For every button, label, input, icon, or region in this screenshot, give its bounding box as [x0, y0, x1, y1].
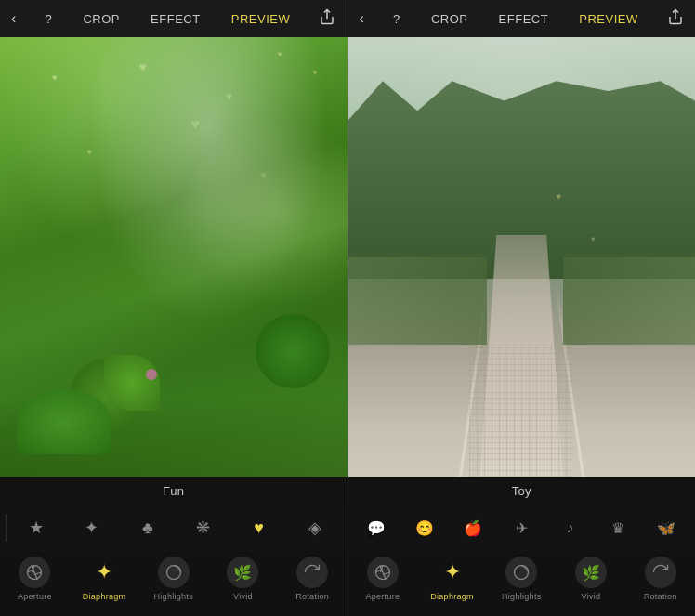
left-highlights-label: Highlights: [153, 592, 193, 601]
left-strip-heart[interactable]: ♥: [232, 509, 286, 546]
right-strip-crown[interactable]: ♛: [595, 509, 641, 546]
right-vivid-icon-wrap: 🌿: [575, 557, 607, 588]
right-diaphragm-icon-wrap: ✦: [437, 557, 468, 588]
left-tool-bar: Aperture ✦ Diaphragm Highlights 🌿 V: [0, 551, 348, 616]
left-strip-sparkle[interactable]: ✦: [65, 509, 119, 546]
left-effect-name: Fun: [163, 484, 184, 498]
left-photo: ♥ ♥ ♥ ♥ ♥ ♥ ♥ ♥: [0, 37, 348, 477]
left-diaphragm-icon: ✦: [96, 560, 112, 584]
left-tool-diaphragm[interactable]: ✦ Diaphragm: [70, 557, 139, 601]
right-effect-label-bar: Toy: [348, 477, 696, 505]
left-tool-aperture[interactable]: Aperture: [0, 557, 70, 601]
right-tool-bar: Aperture ✦ Diaphragm Highlights 🌿 V: [348, 551, 696, 616]
left-diaphragm-icon-wrap: ✦: [88, 557, 120, 588]
right-strip-bubble[interactable]: 💬: [354, 509, 400, 546]
right-strip-plane[interactable]: ✈: [498, 509, 544, 546]
right-icon-strip: 💬 😊 🍎 ✈ ♪ ♛ 🦋: [348, 505, 696, 551]
left-effect-button[interactable]: EFFECT: [145, 8, 206, 30]
left-tool-vivid[interactable]: 🌿 Vivid: [208, 557, 278, 601]
right-aperture-label: Aperture: [365, 592, 400, 601]
left-tool-highlights[interactable]: Highlights: [138, 557, 208, 601]
left-panel: ‹ ? CROP EFFECT PREVIEW ♥ ♥ ♥ ♥ ♥ ♥ ♥ ♥: [0, 0, 348, 616]
left-strip-flower[interactable]: ❋: [177, 509, 230, 546]
right-strip-apple[interactable]: 🍎: [450, 509, 496, 546]
left-share-button[interactable]: [315, 5, 339, 33]
right-highlights-icon-wrap: [505, 557, 537, 588]
left-strip-star[interactable]: ★: [9, 509, 63, 546]
left-vivid-icon-wrap: 🌿: [227, 557, 258, 588]
right-strip-smiley[interactable]: 😊: [401, 509, 448, 546]
right-crop-button[interactable]: CROP: [426, 8, 474, 30]
right-help-button[interactable]: ?: [387, 8, 406, 30]
right-preview-button[interactable]: PREVIEW: [573, 8, 643, 30]
right-back-button[interactable]: ‹: [356, 7, 368, 31]
left-diaphragm-label: Diaphragm: [83, 592, 126, 601]
right-effect-name: Toy: [512, 484, 531, 498]
right-tool-vivid[interactable]: 🌿 Vivid: [557, 557, 626, 601]
right-vivid-icon: 🌿: [582, 564, 600, 582]
left-vivid-icon: 🌿: [233, 564, 252, 582]
left-preview-button[interactable]: PREVIEW: [226, 8, 295, 30]
right-effect-button[interactable]: EFFECT: [493, 8, 555, 30]
left-strip-clover[interactable]: ♣: [121, 509, 175, 546]
right-nav-bar: ‹ ? CROP EFFECT PREVIEW: [348, 0, 696, 37]
left-aperture-icon-wrap: [19, 557, 50, 588]
right-strip-butterfly[interactable]: 🦋: [643, 509, 689, 546]
right-tool-rotation[interactable]: Rotation: [625, 557, 695, 601]
right-vivid-label: Vivid: [582, 592, 601, 601]
left-highlights-icon-wrap: [158, 557, 190, 588]
left-crop-button[interactable]: CROP: [77, 8, 125, 30]
left-icon-strip: ★ ✦ ♣ ❋ ♥ ◈: [0, 505, 348, 551]
right-tool-diaphragm[interactable]: ✦ Diaphragm: [417, 557, 487, 601]
right-diaphragm-label: Diaphragm: [430, 592, 474, 601]
right-highlights-label: Highlights: [502, 592, 542, 601]
left-help-button[interactable]: ?: [39, 8, 58, 30]
left-photo-bg: ♥ ♥ ♥ ♥ ♥ ♥ ♥ ♥: [0, 37, 348, 477]
left-strip-diamond[interactable]: ◈: [288, 509, 342, 546]
left-nav-bar: ‹ ? CROP EFFECT PREVIEW: [0, 0, 348, 37]
right-panel: ‹ ? CROP EFFECT PREVIEW: [348, 0, 696, 616]
left-rotation-label: Rotation: [295, 592, 329, 601]
left-strip-divider: [6, 514, 7, 542]
right-share-button[interactable]: [663, 5, 688, 33]
right-rotation-icon-wrap: [645, 557, 676, 588]
left-effect-label-bar: Fun: [0, 477, 348, 505]
left-back-button[interactable]: ‹: [7, 7, 20, 31]
left-rotation-icon-wrap: [296, 557, 328, 588]
right-diaphragm-icon: ✦: [444, 560, 461, 584]
right-photo-bg: ♥ ♥: [348, 37, 696, 477]
right-tool-aperture[interactable]: Aperture: [348, 557, 418, 601]
right-aperture-icon-wrap: [367, 557, 399, 588]
left-vivid-label: Vivid: [233, 592, 253, 601]
right-photo: ♥ ♥: [348, 37, 696, 477]
right-rotation-label: Rotation: [644, 592, 677, 601]
right-strip-note[interactable]: ♪: [546, 509, 593, 546]
left-aperture-label: Aperture: [18, 592, 52, 601]
right-tool-highlights[interactable]: Highlights: [487, 557, 557, 601]
left-tool-rotation[interactable]: Rotation: [278, 557, 348, 601]
